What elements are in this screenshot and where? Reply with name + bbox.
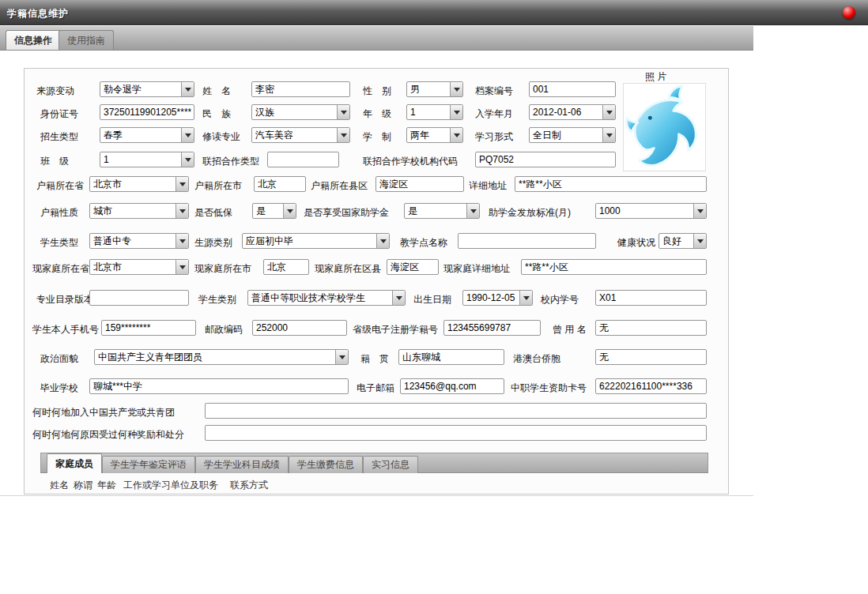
awards-punishments-input[interactable] <box>205 425 707 441</box>
political-status-select[interactable]: 中国共产主义青年团团员 <box>94 349 349 365</box>
hukou-city-input[interactable]: 北京 <box>254 176 306 192</box>
chevron-down-icon[interactable] <box>392 291 405 305</box>
chevron-down-icon[interactable] <box>450 128 462 142</box>
teaching-point-input[interactable] <box>458 233 596 249</box>
catalog-version-input[interactable] <box>89 290 189 306</box>
source-change-value: 勒令退学 <box>104 82 179 96</box>
join-party-input[interactable] <box>205 403 707 419</box>
joint-type-label: 联招合作类型 <box>202 153 259 169</box>
provincial-reg-no-input[interactable]: 123455699787 <box>443 320 541 336</box>
ethnicity-value: 汉族 <box>255 105 335 119</box>
postcode-label: 邮政编码 <box>205 321 243 337</box>
family-address-input[interactable]: **路**小区 <box>521 259 707 275</box>
grade-select[interactable]: 1 <box>406 104 463 120</box>
enroll-type-label: 招生类型 <box>40 129 78 145</box>
chevron-down-icon[interactable] <box>181 82 194 96</box>
chevron-down-icon[interactable] <box>466 204 479 218</box>
political-status-value: 中国共产主义青年团团员 <box>98 350 334 364</box>
chevron-down-icon[interactable] <box>337 105 349 119</box>
state-grant-select[interactable]: 是 <box>404 203 480 219</box>
chevron-down-icon[interactable] <box>519 291 532 305</box>
graduate-school-input[interactable]: 聊城***中学 <box>89 378 349 394</box>
family-table-col-work: 工作或学习单位及职务 <box>123 478 218 492</box>
chevron-down-icon[interactable] <box>602 105 615 119</box>
low-income-select[interactable]: 是 <box>252 203 296 219</box>
chevron-down-icon[interactable] <box>693 204 706 218</box>
student-type-select[interactable]: 普通中专 <box>89 233 189 249</box>
student-category-label: 学生类别 <box>198 291 236 307</box>
enroll-date-label: 入学年月 <box>475 106 513 122</box>
student-category-select[interactable]: 普通中等职业技术学校学生 <box>247 290 406 306</box>
major-select[interactable]: 汽车美容 <box>251 127 350 143</box>
school-no-input[interactable]: X01 <box>595 290 707 306</box>
joint-school-code-input[interactable]: PQ7052 <box>475 152 616 167</box>
source-change-select[interactable]: 勒令退学 <box>100 81 194 97</box>
email-input[interactable]: 123456@qq.com <box>400 378 504 394</box>
aid-card-no-input[interactable]: 622202161100****336 <box>595 378 707 394</box>
chevron-down-icon[interactable] <box>693 234 706 248</box>
tab-year-appraisal[interactable]: 学生学年鉴定评语 <box>102 456 195 473</box>
hukou-address-input[interactable]: **路**小区 <box>515 176 707 192</box>
gender-select[interactable]: 男 <box>406 81 463 97</box>
chevron-down-icon[interactable] <box>175 204 188 218</box>
family-province-select[interactable]: 北京市 <box>89 259 189 275</box>
chevron-down-icon[interactable] <box>283 204 296 218</box>
former-name-input[interactable]: 无 <box>595 320 707 336</box>
class-select[interactable]: 1 <box>100 152 194 167</box>
family-county-input[interactable]: 海淀区 <box>387 259 439 275</box>
chevron-down-icon[interactable] <box>450 82 462 96</box>
chevron-down-icon[interactable] <box>181 128 194 142</box>
study-form-select[interactable]: 全日制 <box>529 127 616 143</box>
chevron-down-icon[interactable] <box>181 152 194 167</box>
hukou-county-input[interactable]: 海淀区 <box>376 176 464 192</box>
chevron-down-icon[interactable] <box>335 350 348 364</box>
chevron-down-icon[interactable] <box>175 260 188 274</box>
hmt-overseas-input[interactable]: 无 <box>595 349 707 365</box>
chevron-down-icon[interactable] <box>175 177 188 191</box>
schooling-years-select[interactable]: 两年 <box>406 127 463 143</box>
low-income-value: 是 <box>256 204 281 218</box>
hukou-province-select[interactable]: 北京市 <box>89 176 189 192</box>
chevron-down-icon[interactable] <box>337 128 349 142</box>
archive-no-input[interactable]: 001 <box>529 81 616 97</box>
class-label: 班 级 <box>40 153 69 169</box>
grant-standard-select[interactable]: 1000 <box>595 203 707 219</box>
hukou-nature-select[interactable]: 城市 <box>89 203 189 219</box>
mobile-input[interactable]: 159******** <box>101 320 196 336</box>
health-select[interactable]: 良好 <box>659 233 707 249</box>
chevron-down-icon[interactable] <box>450 105 462 119</box>
chevron-down-icon[interactable] <box>602 128 615 142</box>
enroll-type-select[interactable]: 春季 <box>100 127 194 143</box>
native-place-input[interactable]: 山东聊城 <box>398 349 504 365</box>
joint-type-input[interactable] <box>267 152 339 167</box>
chevron-down-icon[interactable] <box>175 234 188 248</box>
former-name-label: 曾 用 名 <box>553 321 587 337</box>
origin-category-select[interactable]: 应届初中毕 <box>242 233 390 249</box>
major-value: 汽车美容 <box>255 128 335 142</box>
student-photo <box>623 83 706 171</box>
hmt-overseas-label: 港澳台侨胞 <box>513 351 560 367</box>
top-tabstrip: 信息操作 使用指南 <box>0 26 753 51</box>
teaching-point-label: 教学点名称 <box>400 235 447 250</box>
grant-standard-value: 1000 <box>599 204 692 218</box>
form-panel: 来源变动 勒令退学 姓 名 李密 性 别 男 档案编号 001 照 片 <box>24 68 729 494</box>
postcode-input[interactable]: 252000 <box>252 320 347 336</box>
family-city-input[interactable]: 北京 <box>263 259 309 275</box>
tab-info-operation[interactable]: 信息操作 <box>6 30 61 50</box>
chevron-down-icon[interactable] <box>376 234 389 248</box>
tab-family-members[interactable]: 家庭成员 <box>47 453 102 473</box>
tab-payment-info[interactable]: 学生缴费信息 <box>289 456 363 473</box>
tab-subject-scores[interactable]: 学生学业科目成绩 <box>195 456 289 473</box>
id-number-label: 身份证号 <box>40 106 78 122</box>
enroll-date-select[interactable]: 2012-01-06 <box>529 104 616 120</box>
birth-date-label: 出生日期 <box>413 291 451 307</box>
birth-date-select[interactable]: 1990-12-05 <box>462 290 533 306</box>
name-input[interactable]: 李密 <box>251 81 350 97</box>
close-icon[interactable] <box>843 6 855 19</box>
family-county-label: 现家庭所在区县 <box>315 261 381 276</box>
tab-user-guide[interactable]: 使用指南 <box>58 30 114 50</box>
ethnicity-select[interactable]: 汉族 <box>251 104 350 120</box>
tab-internship-info[interactable]: 实习信息 <box>363 456 418 473</box>
id-number-input[interactable]: 37250119901205**** <box>100 104 194 120</box>
dolphin-image <box>624 84 705 171</box>
